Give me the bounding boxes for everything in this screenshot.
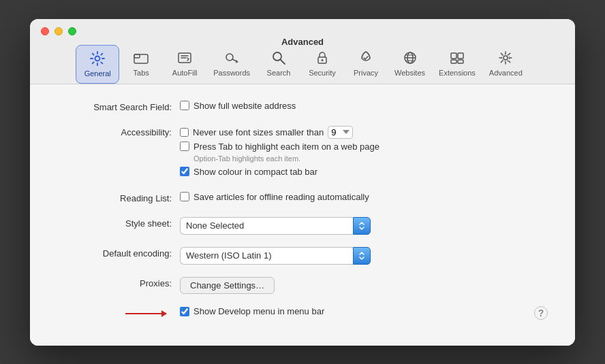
default-encoding-label: Default encoding:: [57, 247, 180, 259]
tabs-icon: [132, 49, 150, 67]
toolbar-label-privacy: Privacy: [354, 69, 378, 77]
default-encoding-select-wrapper: [180, 247, 371, 265]
never-use-font-label: Never use font sizes smaller than: [193, 127, 324, 137]
develop-menu-control: Show Develop menu in menu bar ?: [180, 306, 548, 320]
privacy-icon: [357, 49, 375, 67]
search-icon: [270, 49, 288, 67]
default-encoding-arrow[interactable]: [353, 247, 371, 265]
accessibility-control: Never use font sizes smaller than 9 10 1…: [180, 126, 548, 180]
toolbar-item-security[interactable]: Security: [300, 45, 344, 84]
toolbar-item-websites[interactable]: Websites: [388, 45, 432, 84]
general-icon: [89, 50, 106, 67]
save-articles-row: Save articles for offline reading automa…: [180, 192, 548, 202]
security-icon: [313, 49, 331, 67]
toolbar-item-general[interactable]: General: [76, 45, 119, 84]
default-encoding-field[interactable]: [180, 247, 353, 265]
svg-rect-21: [458, 53, 463, 59]
chevron-updown-icon: [358, 222, 366, 230]
svg-point-25: [502, 54, 510, 61]
toolbar-label-general: General: [84, 69, 111, 78]
advanced-icon: [497, 49, 514, 67]
option-tab-hint: Option-Tab highlights each item.: [193, 154, 548, 163]
toolbar: General Tabs AutoFill: [41, 42, 564, 84]
press-tab-row: Press Tab to highlight each item on a we…: [180, 142, 548, 152]
show-colour-label: Show colour in compact tab bar: [193, 167, 317, 177]
svg-rect-22: [451, 60, 456, 63]
proxies-control: Change Settings…: [180, 277, 548, 294]
toolbar-label-security: Security: [309, 69, 336, 77]
svg-rect-20: [451, 53, 456, 59]
toolbar-label-websites: Websites: [394, 69, 425, 77]
show-colour-row: Show colour in compact tab bar: [180, 167, 548, 177]
never-use-font-checkbox[interactable]: [180, 128, 189, 137]
svg-rect-2: [134, 54, 148, 63]
press-tab-checkbox[interactable]: [180, 142, 189, 151]
style-sheet-label: Style sheet:: [57, 217, 180, 229]
show-develop-row: Show Develop menu in menu bar: [180, 306, 324, 316]
style-sheet-field[interactable]: [180, 217, 353, 235]
accessibility-label: Accessibility:: [57, 126, 180, 137]
svg-point-0: [95, 56, 100, 61]
font-size-select[interactable]: 9 10 11 12: [328, 126, 353, 139]
change-settings-button[interactable]: Change Settings…: [180, 277, 275, 294]
svg-rect-23: [458, 60, 463, 63]
toolbar-item-tabs[interactable]: Tabs: [119, 45, 163, 84]
svg-point-12: [322, 59, 324, 61]
default-encoding-control: [180, 247, 548, 265]
websites-icon: [401, 49, 419, 67]
extensions-icon: [448, 49, 466, 67]
smart-search-label: Smart Search Field:: [57, 101, 180, 112]
toolbar-item-privacy[interactable]: Privacy: [344, 45, 388, 84]
settings-content: Smart Search Field: Show full website ad…: [30, 84, 575, 346]
toolbar-label-autofill: AutoFill: [172, 69, 198, 77]
toolbar-label-tabs: Tabs: [134, 69, 149, 77]
help-button[interactable]: ?: [534, 306, 548, 320]
develop-menu-row: Show Develop menu in menu bar ?: [57, 306, 548, 320]
toolbar-item-search[interactable]: Search: [257, 45, 300, 84]
save-articles-checkbox[interactable]: [180, 192, 189, 201]
reading-list-row: Reading List: Save articles for offline …: [57, 192, 548, 205]
traffic-lights: [41, 27, 76, 35]
svg-line-14: [365, 56, 368, 59]
show-full-address-row: Show full website address: [180, 101, 548, 111]
minimize-button[interactable]: [55, 27, 63, 35]
reading-list-label: Reading List:: [57, 192, 180, 203]
toolbar-item-autofill[interactable]: AutoFill: [163, 45, 206, 84]
smart-search-row: Smart Search Field: Show full website ad…: [57, 101, 548, 114]
svg-line-10: [281, 60, 285, 64]
toolbar-item-extensions[interactable]: Extensions: [432, 45, 482, 84]
default-encoding-row: Default encoding:: [57, 247, 548, 265]
maximize-button[interactable]: [68, 27, 76, 35]
smart-search-control: Show full website address: [180, 101, 548, 114]
accessibility-row: Accessibility: Never use font sizes smal…: [57, 126, 548, 180]
press-tab-label: Press Tab to highlight each item on a we…: [193, 142, 379, 152]
show-full-address-label: Show full website address: [193, 101, 296, 111]
toolbar-label-passwords: Passwords: [213, 69, 250, 77]
show-develop-label: Show Develop menu in menu bar: [193, 306, 324, 316]
style-sheet-control: [180, 217, 548, 235]
show-colour-checkbox[interactable]: [180, 167, 189, 176]
reading-list-control: Save articles for offline reading automa…: [180, 192, 548, 205]
toolbar-item-advanced[interactable]: Advanced: [482, 45, 529, 84]
develop-menu-label: [57, 312, 180, 314]
proxies-row: Proxies: Change Settings…: [57, 277, 548, 294]
style-sheet-select-wrapper: [180, 217, 371, 235]
chevron-updown-icon2: [358, 252, 366, 260]
show-full-address-checkbox[interactable]: [180, 101, 189, 110]
autofill-icon: [176, 49, 193, 67]
save-articles-label: Save articles for offline reading automa…: [193, 192, 369, 202]
toolbar-label-extensions: Extensions: [439, 69, 476, 77]
proxies-label: Proxies:: [57, 277, 180, 288]
svg-point-9: [273, 52, 281, 61]
arrow-line: [125, 313, 166, 314]
show-develop-checkbox[interactable]: [180, 307, 189, 316]
toolbar-label-advanced: Advanced: [489, 69, 523, 77]
arrow-indicator: [125, 313, 166, 314]
style-sheet-row: Style sheet:: [57, 217, 548, 235]
font-size-row: Never use font sizes smaller than 9 10 1…: [180, 126, 548, 139]
svg-line-7: [232, 59, 238, 62]
toolbar-item-passwords[interactable]: Passwords: [206, 45, 257, 84]
style-sheet-arrow[interactable]: [353, 217, 371, 235]
close-button[interactable]: [41, 27, 49, 35]
toolbar-label-search: Search: [267, 69, 291, 77]
